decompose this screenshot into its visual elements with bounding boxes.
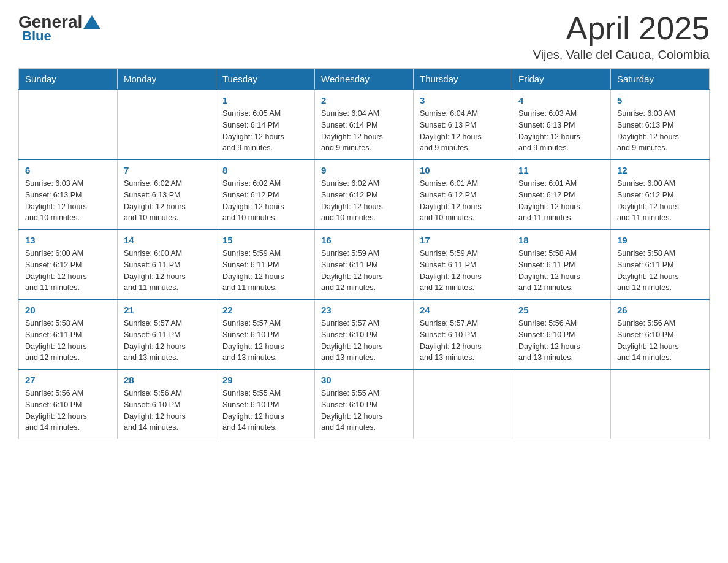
day-number: 19: [617, 235, 703, 245]
day-info: Sunrise: 5:57 AMSunset: 6:11 PMDaylight:…: [124, 318, 210, 364]
day-info: Sunrise: 5:56 AMSunset: 6:10 PMDaylight:…: [25, 388, 111, 434]
day-number: 26: [617, 305, 703, 315]
week-row-3: 13Sunrise: 6:00 AMSunset: 6:12 PMDayligh…: [19, 229, 710, 299]
calendar-cell: 12Sunrise: 6:00 AMSunset: 6:12 PMDayligh…: [611, 159, 710, 229]
calendar-cell: 25Sunrise: 5:56 AMSunset: 6:10 PMDayligh…: [512, 299, 611, 369]
day-number: 4: [518, 95, 604, 105]
day-number: 24: [420, 305, 506, 315]
calendar-cell: 2Sunrise: 6:04 AMSunset: 6:14 PMDaylight…: [315, 90, 414, 159]
weekday-header-sunday: Sunday: [19, 69, 118, 90]
day-info: Sunrise: 6:03 AMSunset: 6:13 PMDaylight:…: [25, 178, 111, 224]
day-info: Sunrise: 5:59 AMSunset: 6:11 PMDaylight:…: [420, 248, 506, 294]
calendar-cell: 18Sunrise: 5:58 AMSunset: 6:11 PMDayligh…: [512, 229, 611, 299]
day-number: 2: [321, 95, 407, 105]
day-number: 12: [617, 165, 703, 175]
calendar-cell: 1Sunrise: 6:05 AMSunset: 6:14 PMDaylight…: [216, 90, 315, 159]
calendar-cell: 26Sunrise: 5:56 AMSunset: 6:10 PMDayligh…: [611, 299, 710, 369]
day-info: Sunrise: 6:05 AMSunset: 6:14 PMDaylight:…: [222, 108, 308, 154]
logo: General Blue: [18, 12, 102, 44]
day-number: 22: [222, 305, 308, 315]
calendar-cell: 14Sunrise: 6:00 AMSunset: 6:11 PMDayligh…: [118, 229, 216, 299]
calendar-cell: 29Sunrise: 5:55 AMSunset: 6:10 PMDayligh…: [216, 369, 315, 439]
week-row-1: 1Sunrise: 6:05 AMSunset: 6:14 PMDaylight…: [19, 90, 710, 159]
month-year-title: April 2025: [533, 12, 710, 44]
day-info: Sunrise: 5:55 AMSunset: 6:10 PMDaylight:…: [321, 388, 407, 434]
week-row-2: 6Sunrise: 6:03 AMSunset: 6:13 PMDaylight…: [19, 159, 710, 229]
calendar-cell: [512, 369, 611, 439]
weekday-header-thursday: Thursday: [414, 69, 512, 90]
calendar-cell: 21Sunrise: 5:57 AMSunset: 6:11 PMDayligh…: [118, 299, 216, 369]
calendar-cell: 27Sunrise: 5:56 AMSunset: 6:10 PMDayligh…: [19, 369, 118, 439]
calendar-cell: 30Sunrise: 5:55 AMSunset: 6:10 PMDayligh…: [315, 369, 414, 439]
day-number: 21: [124, 305, 210, 315]
day-info: Sunrise: 5:57 AMSunset: 6:10 PMDaylight:…: [222, 318, 308, 364]
calendar-cell: 17Sunrise: 5:59 AMSunset: 6:11 PMDayligh…: [414, 229, 512, 299]
logo-triangle-icon: [83, 15, 100, 29]
calendar-cell: 7Sunrise: 6:02 AMSunset: 6:13 PMDaylight…: [118, 159, 216, 229]
calendar-cell: 23Sunrise: 5:57 AMSunset: 6:10 PMDayligh…: [315, 299, 414, 369]
week-row-5: 27Sunrise: 5:56 AMSunset: 6:10 PMDayligh…: [19, 369, 710, 439]
calendar-cell: 8Sunrise: 6:02 AMSunset: 6:12 PMDaylight…: [216, 159, 315, 229]
day-info: Sunrise: 6:02 AMSunset: 6:13 PMDaylight:…: [124, 178, 210, 224]
day-number: 30: [321, 375, 407, 385]
day-info: Sunrise: 5:58 AMSunset: 6:11 PMDaylight:…: [617, 248, 703, 294]
weekday-header-monday: Monday: [118, 69, 216, 90]
day-number: 13: [25, 235, 111, 245]
calendar-cell: [118, 90, 216, 159]
day-info: Sunrise: 6:02 AMSunset: 6:12 PMDaylight:…: [222, 178, 308, 224]
day-info: Sunrise: 6:02 AMSunset: 6:12 PMDaylight:…: [321, 178, 407, 224]
day-number: 10: [420, 165, 506, 175]
day-info: Sunrise: 6:03 AMSunset: 6:13 PMDaylight:…: [518, 108, 604, 154]
day-number: 25: [518, 305, 604, 315]
calendar-cell: 4Sunrise: 6:03 AMSunset: 6:13 PMDaylight…: [512, 90, 611, 159]
day-number: 11: [518, 165, 604, 175]
title-area: April 2025 Vijes, Valle del Cauca, Colom…: [533, 12, 710, 62]
day-number: 18: [518, 235, 604, 245]
day-number: 16: [321, 235, 407, 245]
location-subtitle: Vijes, Valle del Cauca, Colombia: [533, 48, 710, 62]
day-number: 20: [25, 305, 111, 315]
calendar-cell: 16Sunrise: 5:59 AMSunset: 6:11 PMDayligh…: [315, 229, 414, 299]
day-info: Sunrise: 5:57 AMSunset: 6:10 PMDaylight:…: [321, 318, 407, 364]
calendar-cell: 13Sunrise: 6:00 AMSunset: 6:12 PMDayligh…: [19, 229, 118, 299]
week-row-4: 20Sunrise: 5:58 AMSunset: 6:11 PMDayligh…: [19, 299, 710, 369]
calendar-cell: 6Sunrise: 6:03 AMSunset: 6:13 PMDaylight…: [19, 159, 118, 229]
day-info: Sunrise: 6:04 AMSunset: 6:13 PMDaylight:…: [420, 108, 506, 154]
calendar-cell: 22Sunrise: 5:57 AMSunset: 6:10 PMDayligh…: [216, 299, 315, 369]
day-info: Sunrise: 6:00 AMSunset: 6:11 PMDaylight:…: [124, 248, 210, 294]
day-info: Sunrise: 6:04 AMSunset: 6:14 PMDaylight:…: [321, 108, 407, 154]
day-info: Sunrise: 6:00 AMSunset: 6:12 PMDaylight:…: [25, 248, 111, 294]
day-number: 6: [25, 165, 111, 175]
day-number: 17: [420, 235, 506, 245]
day-info: Sunrise: 6:00 AMSunset: 6:12 PMDaylight:…: [617, 178, 703, 224]
calendar-table: SundayMondayTuesdayWednesdayThursdayFrid…: [18, 68, 710, 439]
weekday-header-wednesday: Wednesday: [315, 69, 414, 90]
calendar-cell: 19Sunrise: 5:58 AMSunset: 6:11 PMDayligh…: [611, 229, 710, 299]
calendar-cell: 9Sunrise: 6:02 AMSunset: 6:12 PMDaylight…: [315, 159, 414, 229]
day-info: Sunrise: 5:59 AMSunset: 6:11 PMDaylight:…: [321, 248, 407, 294]
weekday-header-saturday: Saturday: [611, 69, 710, 90]
day-info: Sunrise: 5:57 AMSunset: 6:10 PMDaylight:…: [420, 318, 506, 364]
calendar-cell: 3Sunrise: 6:04 AMSunset: 6:13 PMDaylight…: [414, 90, 512, 159]
day-info: Sunrise: 5:56 AMSunset: 6:10 PMDaylight:…: [617, 318, 703, 364]
calendar-cell: [19, 90, 118, 159]
day-info: Sunrise: 6:01 AMSunset: 6:12 PMDaylight:…: [518, 178, 604, 224]
day-number: 14: [124, 235, 210, 245]
day-info: Sunrise: 5:58 AMSunset: 6:11 PMDaylight:…: [25, 318, 111, 364]
calendar-cell: 10Sunrise: 6:01 AMSunset: 6:12 PMDayligh…: [414, 159, 512, 229]
day-info: Sunrise: 5:56 AMSunset: 6:10 PMDaylight:…: [518, 318, 604, 364]
day-info: Sunrise: 5:55 AMSunset: 6:10 PMDaylight:…: [222, 388, 308, 434]
day-number: 28: [124, 375, 210, 385]
calendar-cell: 20Sunrise: 5:58 AMSunset: 6:11 PMDayligh…: [19, 299, 118, 369]
day-number: 8: [222, 165, 308, 175]
calendar-cell: 11Sunrise: 6:01 AMSunset: 6:12 PMDayligh…: [512, 159, 611, 229]
weekday-header-tuesday: Tuesday: [216, 69, 315, 90]
day-number: 7: [124, 165, 210, 175]
day-number: 15: [222, 235, 308, 245]
day-info: Sunrise: 5:58 AMSunset: 6:11 PMDaylight:…: [518, 248, 604, 294]
calendar-cell: 24Sunrise: 5:57 AMSunset: 6:10 PMDayligh…: [414, 299, 512, 369]
day-info: Sunrise: 5:59 AMSunset: 6:11 PMDaylight:…: [222, 248, 308, 294]
day-info: Sunrise: 6:03 AMSunset: 6:13 PMDaylight:…: [617, 108, 703, 154]
weekday-header-friday: Friday: [512, 69, 611, 90]
day-number: 5: [617, 95, 703, 105]
